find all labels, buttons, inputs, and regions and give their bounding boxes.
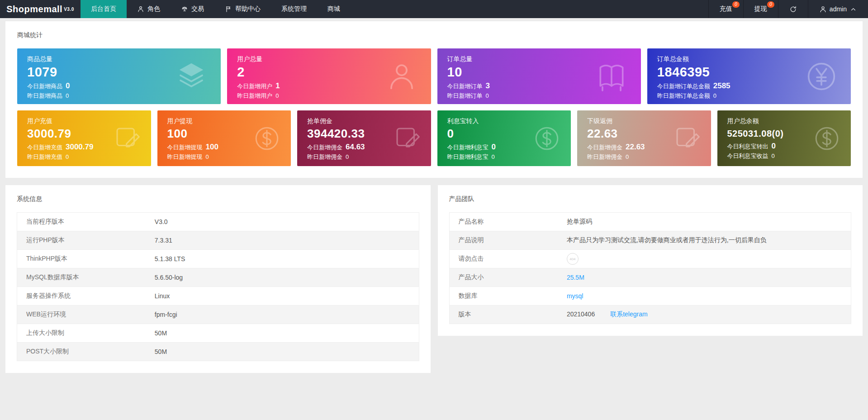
today-label: 今日新增订单总金额 <box>657 83 710 90</box>
recharge-button[interactable]: 充值 0 <box>708 0 743 18</box>
yesterday-value: 0 <box>713 92 716 99</box>
stat-card-yesterday-line: 昨日新增商品0 <box>27 92 211 100</box>
stat-card-yesterday-line: 今日利息宝收益0 <box>727 152 841 160</box>
info-value-text: fpm-fcgi <box>155 311 177 318</box>
stat-card: 下级返佣22.63今日新增佣金22.63昨日新增佣金0 <box>577 110 711 166</box>
nav-item-3[interactable]: 帮助中心 <box>214 0 271 18</box>
info-row-value: Linux <box>146 287 419 305</box>
info-row-label: 请勿点击 <box>449 250 558 268</box>
stat-card: 用户提现100今日新增提现100昨日新增提现0 <box>157 110 291 166</box>
yesterday-value: 0 <box>346 153 349 160</box>
today-value: 64.63 <box>346 143 365 151</box>
today-label: 今日新增佣金 <box>307 144 342 151</box>
edit-square-icon <box>393 124 421 153</box>
info-row: 数据库mysql <box>449 287 851 305</box>
nav-right: 充值 0 提现 0 admin <box>708 0 868 18</box>
stat-card-yesterday-line: 昨日新增充值0 <box>27 153 141 161</box>
yesterday-label: 昨日新增订单总金额 <box>657 92 710 99</box>
system-info-title: 系统信息 <box>17 195 419 203</box>
today-label: 今日新增提现 <box>167 144 203 151</box>
today-label: 今日新增利息宝 <box>447 144 489 151</box>
stat-card-yesterday-line: 昨日新增佣金0 <box>307 153 421 161</box>
info-value-text: 7.3.31 <box>155 237 172 244</box>
badge-404[interactable]: 404 <box>567 253 579 265</box>
product-team-panel: 产品团队 产品名称抢单源码产品说明本产品只为学习测试交流,请勿要做商业或者用于违… <box>438 185 863 336</box>
nav-item-1[interactable]: 角色 <box>127 0 171 18</box>
info-row-label: MySQL数据库版本 <box>17 268 146 287</box>
dollar-circle-icon <box>253 124 281 153</box>
yesterday-value: 0 <box>206 153 209 160</box>
info-value-text: 50M <box>155 329 167 337</box>
info-row-value: 50M <box>146 324 419 343</box>
nav-item-label: 后台首页 <box>91 5 116 13</box>
telegram-link[interactable]: 联系telegram <box>610 310 647 318</box>
today-label: 今日新增佣金 <box>587 144 622 151</box>
info-value-link[interactable]: mysql <box>567 292 583 300</box>
nav-item-5[interactable]: 商城 <box>317 0 351 18</box>
today-value: 1 <box>275 81 280 90</box>
nav-item-label: 商城 <box>327 5 340 13</box>
info-row: 请勿点击404 <box>449 250 851 268</box>
info-row-label: 产品大小 <box>449 268 558 287</box>
stat-card: 用户充值3000.79今日新增充值3000.79昨日新增充值0 <box>17 110 151 166</box>
info-row: 产品大小25.5M <box>449 268 851 287</box>
stat-card-yesterday-line: 昨日新增订单0 <box>447 92 631 100</box>
nav-item-2[interactable]: 交易 <box>171 0 214 18</box>
yesterday-label: 今日利息宝收益 <box>727 153 768 159</box>
today-label: 今日利息宝转出 <box>727 143 768 150</box>
nav-menu: 后台首页角色交易帮助中心系统管理商城 <box>81 0 708 18</box>
info-row-value: fpm-fcgi <box>146 305 419 324</box>
product-team-table: 产品名称抢单源码产品说明本产品只为学习测试交流,请勿要做商业或者用于违法行为,一… <box>449 212 852 324</box>
yesterday-label: 昨日新增佣金 <box>307 153 342 160</box>
scales-icon <box>181 5 188 13</box>
info-row-label: 上传大小限制 <box>17 324 146 343</box>
today-value: 0 <box>66 81 70 90</box>
refresh-button[interactable] <box>778 0 808 18</box>
stat-card: 用户总余额525031.08(0)今日利息宝转出0今日利息宝收益0 <box>717 110 851 166</box>
info-row-label: 产品说明 <box>449 231 558 250</box>
yesterday-label: 昨日新增提现 <box>167 153 203 160</box>
today-value: 22.63 <box>626 143 645 151</box>
info-row-label: ThinkPHP版本 <box>17 250 146 268</box>
info-value-text: 50M <box>155 348 167 355</box>
yesterday-value: 0 <box>275 92 279 99</box>
dollar-circle-icon <box>533 124 561 153</box>
info-row-label: 运行PHP版本 <box>17 231 146 250</box>
yesterday-label: 昨日新增订单 <box>447 92 483 99</box>
info-row: 上传大小限制50M <box>17 324 419 343</box>
edit-square-icon <box>673 124 701 153</box>
flag-icon <box>225 5 232 13</box>
withdraw-label: 提现 <box>754 5 767 13</box>
user-menu[interactable]: admin <box>808 0 868 18</box>
info-row: 服务器操作系统Linux <box>17 287 419 305</box>
person-icon <box>137 5 144 13</box>
nav-item-label: 交易 <box>191 5 204 13</box>
yesterday-value: 0 <box>772 153 775 159</box>
stat-card-yesterday-line: 昨日新增提现0 <box>167 153 281 161</box>
info-row-value: 50M <box>146 343 419 361</box>
yesterday-value: 0 <box>66 153 69 160</box>
info-row-label: 数据库 <box>449 287 558 305</box>
today-label: 今日新增用户 <box>237 83 272 90</box>
refresh-icon <box>789 5 797 13</box>
info-value-link[interactable]: 25.5M <box>567 274 584 281</box>
yesterday-label: 昨日新增充值 <box>27 153 62 160</box>
product-team-title: 产品团队 <box>449 195 852 203</box>
nav-item-0[interactable]: 后台首页 <box>81 0 127 18</box>
yen-circle-icon <box>805 60 838 93</box>
withdraw-button[interactable]: 提现 0 <box>743 0 778 18</box>
system-info-table: 当前程序版本V3.0运行PHP版本7.3.31ThinkPHP版本5.1.38 … <box>17 212 419 361</box>
yesterday-value: 0 <box>66 92 69 99</box>
yesterday-label: 昨日新增商品 <box>27 92 62 99</box>
info-row-label: 版本 <box>449 305 558 324</box>
bottom-row: 系统信息 当前程序版本V3.0运行PHP版本7.3.31ThinkPHP版本5.… <box>5 185 863 373</box>
stat-card-yesterday-line: 昨日新增订单总金额0 <box>657 92 841 100</box>
nav-item-label: 角色 <box>147 5 160 13</box>
info-row: MySQL数据库版本5.6.50-log <box>17 268 419 287</box>
stat-card: 利息宝转入0今日新增利息宝0昨日新增利息宝0 <box>437 110 571 166</box>
mall-stats-title: 商城统计 <box>13 31 855 39</box>
info-value-text: 本产品只为学习测试交流,请勿要做商业或者用于违法行为,一切后果自负 <box>567 236 767 243</box>
nav-item-label: 系统管理 <box>281 5 307 13</box>
nav-item-4[interactable]: 系统管理 <box>271 0 317 18</box>
top-navbar: ShopmemallV3.0 后台首页角色交易帮助中心系统管理商城 充值 0 提… <box>0 0 868 18</box>
